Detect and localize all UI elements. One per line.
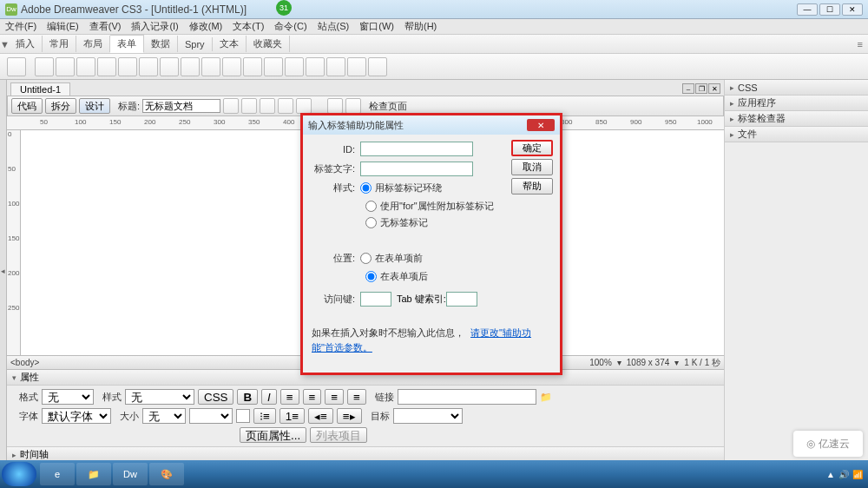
button-button[interactable] xyxy=(243,57,262,76)
menu-edit[interactable]: 编辑(E) xyxy=(47,20,79,33)
start-button[interactable] xyxy=(2,462,36,486)
list-button[interactable] xyxy=(160,57,179,76)
minimize-button[interactable]: — xyxy=(797,3,818,16)
panel-application[interactable]: 应用程序 xyxy=(725,96,868,111)
refresh-icon[interactable] xyxy=(260,98,275,114)
form-button[interactable] xyxy=(7,57,26,76)
file-button[interactable] xyxy=(222,57,241,76)
size-select[interactable]: 无 xyxy=(142,408,186,424)
list-ol-button[interactable]: 1≡ xyxy=(279,408,305,424)
page-properties-button[interactable]: 页面属性... xyxy=(240,427,306,443)
menu-site[interactable]: 站点(S) xyxy=(318,20,350,33)
indent-button[interactable]: ≡▸ xyxy=(337,408,362,424)
checkbox-button[interactable] xyxy=(97,57,116,76)
menu-file[interactable]: 文件(F) xyxy=(5,20,36,33)
tab-forms[interactable]: 表单 xyxy=(110,35,144,53)
tray-icon[interactable]: 🔊 xyxy=(838,470,849,479)
view-design-button[interactable]: 设计 xyxy=(79,98,110,114)
jump-button[interactable] xyxy=(181,57,200,76)
ok-button[interactable]: 确定 xyxy=(511,140,553,156)
window-size[interactable]: 1089 x 374 xyxy=(627,358,670,367)
check-button[interactable] xyxy=(345,98,361,114)
tab-common[interactable]: 常用 xyxy=(43,36,76,52)
browser-button[interactable] xyxy=(223,98,239,114)
view-options-button[interactable] xyxy=(278,98,293,114)
maximize-button[interactable]: ☐ xyxy=(819,3,840,16)
tray-icon[interactable]: 📶 xyxy=(852,470,863,479)
insert-menu-icon[interactable]: ≡ xyxy=(852,39,868,49)
zoom-value[interactable]: 100% xyxy=(589,358,612,367)
bold-button[interactable]: B xyxy=(237,389,258,405)
taskbar-paint-icon[interactable]: 🎨 xyxy=(149,463,184,485)
align-left-button[interactable]: ≡ xyxy=(280,389,299,405)
menu-commands[interactable]: 命令(C) xyxy=(274,20,306,33)
menu-help[interactable]: 帮助(H) xyxy=(404,20,437,33)
image-button[interactable] xyxy=(201,57,220,76)
tab-text[interactable]: 文本 xyxy=(213,36,247,52)
spry2-button[interactable] xyxy=(326,57,345,76)
menu-insert[interactable]: 插入记录(I) xyxy=(131,20,178,33)
taskbar-dw-icon[interactable]: Dw xyxy=(113,463,148,485)
italic-button[interactable]: I xyxy=(261,389,277,405)
check-page-label[interactable]: 检查页面 xyxy=(369,100,407,113)
link-folder-icon[interactable]: 📁 xyxy=(540,392,552,403)
insert-chevron-icon[interactable]: ▼ xyxy=(0,39,9,49)
doc-restore-button[interactable]: ❐ xyxy=(695,83,707,94)
menu-modify[interactable]: 修改(M) xyxy=(189,20,223,33)
id-input[interactable] xyxy=(360,142,473,156)
menu-window[interactable]: 窗口(W) xyxy=(359,20,394,33)
system-tray[interactable]: ▲ 🔊 📶 xyxy=(826,470,866,479)
textfield-button[interactable] xyxy=(35,57,54,76)
menu-text[interactable]: 文本(T) xyxy=(233,20,264,33)
fieldset-button[interactable] xyxy=(285,57,304,76)
radiogroup-button[interactable] xyxy=(139,57,158,76)
font-select[interactable]: 默认字体 xyxy=(42,408,111,424)
help-button[interactable]: 帮助 xyxy=(511,178,553,195)
cancel-button[interactable]: 取消 xyxy=(511,159,553,175)
doc-close-button[interactable]: ✕ xyxy=(708,83,720,94)
spry3-button[interactable] xyxy=(347,57,366,76)
tab-data[interactable]: 数据 xyxy=(144,36,178,52)
list-ul-button[interactable]: ⁝≡ xyxy=(253,408,276,424)
globe-icon[interactable] xyxy=(241,98,257,114)
align-right-button[interactable]: ≡ xyxy=(325,389,344,405)
visual-aids-button[interactable] xyxy=(296,98,312,114)
tag-selector[interactable]: <body> xyxy=(10,358,39,367)
title-input[interactable] xyxy=(142,99,220,113)
tabindex-input[interactable] xyxy=(446,292,477,307)
panel-collapse-left[interactable]: ◂ xyxy=(0,80,7,462)
style-select[interactable]: 无 xyxy=(125,389,194,405)
labeltext-input[interactable] xyxy=(360,162,473,176)
target-select[interactable] xyxy=(393,408,463,424)
textarea-button[interactable] xyxy=(76,57,95,76)
align-center-button[interactable]: ≡ xyxy=(303,389,322,405)
tab-favorites[interactable]: 收藏夹 xyxy=(247,36,290,52)
spry4-button[interactable] xyxy=(368,57,387,76)
outdent-button[interactable]: ◂≡ xyxy=(308,408,333,424)
close-button[interactable]: ✕ xyxy=(842,3,863,16)
style-radio-none[interactable] xyxy=(365,217,377,228)
unit-select[interactable] xyxy=(189,408,233,424)
hidden-button[interactable] xyxy=(56,57,75,76)
validate-button[interactable] xyxy=(327,98,343,114)
panel-files[interactable]: 文件 xyxy=(725,127,868,142)
spry1-button[interactable] xyxy=(306,57,325,76)
taskbar-explorer-icon[interactable]: 📁 xyxy=(76,463,111,485)
tab-layout[interactable]: 布局 xyxy=(76,36,110,52)
pos-radio-after[interactable] xyxy=(365,271,377,282)
style-radio-for[interactable] xyxy=(365,201,377,212)
align-justify-button[interactable]: ≡ xyxy=(347,389,366,405)
accesskey-input[interactable] xyxy=(360,292,391,307)
panel-css[interactable]: CSS xyxy=(725,80,868,96)
view-split-button[interactable]: 拆分 xyxy=(45,98,76,114)
dialog-close-button[interactable]: ✕ xyxy=(527,119,555,131)
view-code-button[interactable]: 代码 xyxy=(11,98,43,114)
color-swatch[interactable] xyxy=(236,409,250,423)
pos-radio-before[interactable] xyxy=(360,253,372,264)
doc-min-button[interactable]: – xyxy=(682,83,694,94)
taskbar-ie-icon[interactable]: e xyxy=(40,463,75,485)
menu-view[interactable]: 查看(V) xyxy=(89,20,122,33)
link-input[interactable] xyxy=(398,389,536,405)
style-radio-wrap[interactable] xyxy=(360,182,372,194)
tab-spry[interactable]: Spry xyxy=(178,37,213,51)
